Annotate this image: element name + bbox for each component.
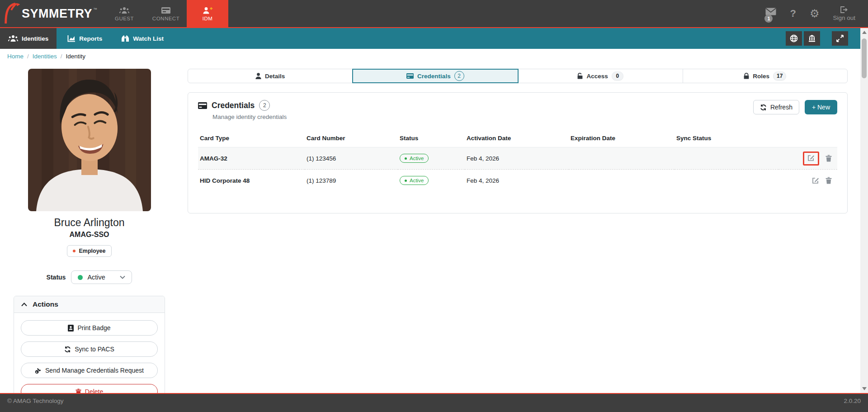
credentials-count-badge: 2 bbox=[259, 100, 270, 111]
app-tab-connect[interactable]: CONNECT bbox=[145, 0, 187, 28]
help-icon[interactable]: ? bbox=[790, 8, 796, 19]
app-tab-label: IDM bbox=[203, 16, 213, 21]
table-header-row: Card Type Card Number Status Activation … bbox=[198, 130, 837, 147]
identities-icon bbox=[8, 35, 18, 42]
nav-item-label: Reports bbox=[79, 35, 102, 42]
column-header: Activation Date bbox=[465, 130, 569, 147]
scrollbar-thumb[interactable] bbox=[862, 38, 867, 78]
chevron-up-icon bbox=[21, 303, 27, 307]
actions-list: Print Badge Sync to PACS bbox=[14, 313, 165, 393]
expiration-date-cell bbox=[569, 147, 675, 170]
binoculars-icon bbox=[121, 35, 129, 42]
sync-to-pacs-button[interactable]: Sync to PACS bbox=[21, 341, 158, 357]
tab-credentials[interactable]: Credentials 2 bbox=[352, 69, 518, 83]
breadcrumb-home[interactable]: Home bbox=[7, 53, 24, 60]
vertical-scrollbar[interactable] bbox=[860, 28, 868, 393]
refresh-label: Refresh bbox=[770, 104, 793, 111]
credentials-card: Credentials 2 Manage identity credential… bbox=[188, 92, 848, 213]
card-icon bbox=[161, 7, 170, 14]
status-value: Active bbox=[87, 274, 105, 281]
nav-item-reports[interactable]: Reports bbox=[59, 28, 110, 49]
nav-item-label: Identities bbox=[22, 35, 48, 42]
identity-type-label: Employee bbox=[79, 248, 105, 254]
copyright-text: © AMAG Technology bbox=[7, 398, 64, 412]
credit-card-icon bbox=[198, 102, 207, 109]
delete-credential-button[interactable] bbox=[826, 177, 832, 184]
sync-status-cell bbox=[675, 147, 778, 170]
employee-dot-icon bbox=[73, 250, 75, 252]
app-tab-guest[interactable]: GUEST bbox=[104, 0, 145, 28]
column-header: Status bbox=[398, 130, 465, 147]
edit-credential-button[interactable] bbox=[807, 154, 815, 161]
new-label: + New bbox=[812, 104, 830, 111]
tab-label: Roles bbox=[753, 73, 769, 80]
credit-card-icon bbox=[406, 73, 414, 79]
actions-panel: Actions Print Badge bbox=[14, 296, 165, 393]
tab-access[interactable]: Access 0 bbox=[518, 69, 683, 83]
tab-details[interactable]: Details bbox=[188, 69, 353, 83]
column-header: Expiration Date bbox=[569, 130, 675, 147]
tab-count-badge: 2 bbox=[454, 71, 464, 81]
app-tab-label: CONNECT bbox=[152, 16, 179, 21]
sign-out-label: Sign out bbox=[833, 14, 855, 21]
identity-type-badge: Employee bbox=[67, 245, 111, 257]
identity-directory: AMAG-SSO bbox=[14, 231, 165, 239]
status-text: Active bbox=[410, 178, 424, 183]
symmetry-logo: SYMMETRY ™ bbox=[0, 0, 104, 27]
nav-item-identities[interactable]: Identities bbox=[0, 28, 57, 49]
activation-date-cell: Feb 4, 2026 bbox=[465, 147, 569, 170]
brand-name: SYMMETRY bbox=[22, 7, 92, 21]
edit-credential-button[interactable] bbox=[812, 177, 819, 184]
nav-item-label: Watch List bbox=[133, 35, 164, 42]
breadcrumb-identities[interactable]: Identities bbox=[33, 53, 57, 60]
actions-panel-header[interactable]: Actions bbox=[14, 296, 165, 313]
status-text: Active bbox=[410, 156, 424, 161]
status-dropdown[interactable]: Active bbox=[71, 270, 132, 284]
nav-item-watch-list[interactable]: Watch List bbox=[113, 28, 172, 49]
profile-panel: Bruce Arlington AMAG-SSO Employee Status… bbox=[14, 63, 165, 393]
app-tab-idm[interactable]: IDM bbox=[187, 0, 228, 28]
delete-identity-button[interactable]: Delete bbox=[21, 384, 158, 393]
refresh-button[interactable]: Refresh bbox=[753, 100, 799, 114]
person-icon bbox=[255, 73, 261, 79]
version-text: 2.0.20 bbox=[844, 398, 861, 412]
app-window: SYMMETRY ™ GUEST CONNECT bbox=[0, 0, 868, 412]
gear-icon[interactable]: ⚙ bbox=[810, 8, 820, 19]
landmark-icon bbox=[808, 34, 816, 43]
delete-credential-button[interactable] bbox=[826, 155, 832, 162]
lock-icon bbox=[744, 73, 749, 79]
scroll-down-arrow-icon[interactable] bbox=[862, 387, 867, 390]
organization-button[interactable] bbox=[804, 31, 820, 46]
action-label: Sync to PACS bbox=[75, 346, 114, 353]
breadcrumb-separator: / bbox=[27, 53, 29, 60]
status-dot-icon bbox=[405, 180, 407, 182]
fullscreen-button[interactable] bbox=[832, 31, 848, 46]
status-dot-icon bbox=[405, 157, 407, 160]
send-manage-credentials-request-button[interactable]: Send Manage Credentials Request bbox=[21, 363, 158, 378]
credential-row: AMAG-32 (1) 123456 Active Feb 4, 2026 bbox=[198, 147, 837, 170]
actions-title: Actions bbox=[33, 300, 58, 308]
messages-count-badge: 1 bbox=[764, 14, 773, 23]
edit-pencil-icon bbox=[807, 154, 815, 161]
column-header: Card Type bbox=[198, 130, 305, 147]
column-header: Sync Status bbox=[675, 130, 778, 147]
messages-button[interactable]: 1 bbox=[765, 8, 776, 17]
sign-out-icon bbox=[840, 6, 848, 13]
scroll-up-arrow-icon[interactable] bbox=[862, 31, 867, 34]
tab-roles[interactable]: Roles 17 bbox=[683, 69, 848, 83]
card-number-cell: (1) 123456 bbox=[305, 147, 398, 170]
breadcrumb: Home / Identities / Identity bbox=[0, 49, 868, 63]
sign-out-button[interactable]: Sign out bbox=[833, 6, 855, 21]
user-plus-icon bbox=[203, 7, 212, 14]
credentials-subtitle: Manage identity credentials bbox=[212, 114, 287, 120]
activation-date-cell: Feb 4, 2026 bbox=[465, 170, 569, 192]
main-content: Bruce Arlington AMAG-SSO Employee Status… bbox=[0, 63, 868, 393]
new-credential-button[interactable]: + New bbox=[805, 100, 837, 114]
language-button[interactable] bbox=[786, 31, 802, 46]
status-badge: Active bbox=[400, 154, 429, 163]
print-badge-button[interactable]: Print Badge bbox=[21, 320, 158, 336]
credentials-title: Credentials bbox=[212, 101, 255, 110]
edit-pencil-icon bbox=[812, 177, 819, 184]
status-row: Status Active bbox=[14, 270, 165, 284]
credentials-table: Card Type Card Number Status Activation … bbox=[198, 130, 837, 191]
